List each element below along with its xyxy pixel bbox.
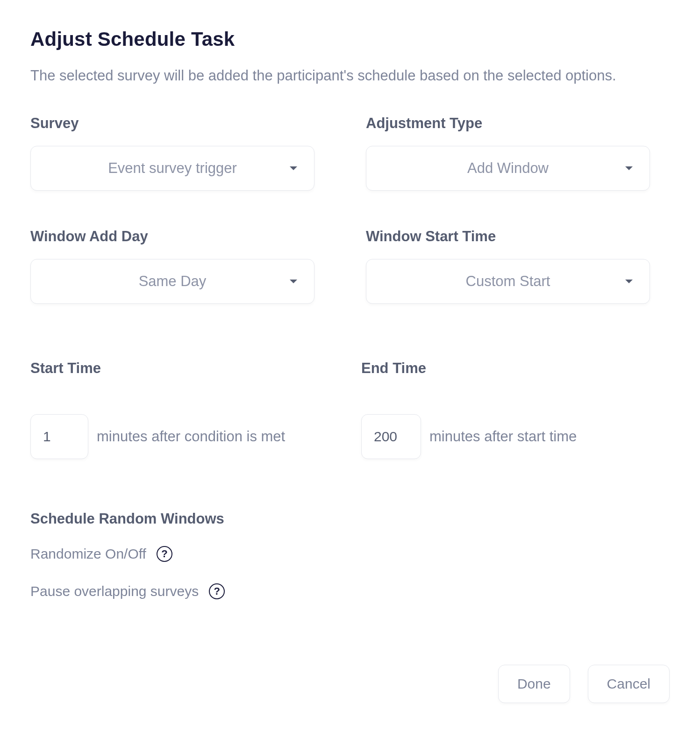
field-window-add-day: Window Add Day Same Day [30,228,314,304]
group-end-time: End Time minutes after start time [361,360,673,459]
row-pause-overlapping: Pause overlapping surveys ? [30,583,306,599]
row-window-day-start: Window Add Day Same Day Window Start Tim… [30,228,670,304]
dialog-subtitle: The selected survey will be added the pa… [30,65,670,87]
dialog-footer: Done Cancel [30,665,670,703]
caret-down-icon [625,280,633,283]
caret-down-icon [290,280,297,283]
select-adjustment-type-value: Add Window [467,160,549,177]
label-survey: Survey [30,115,314,132]
field-adjustment-type: Adjustment Type Add Window [366,115,650,191]
select-window-start-time-value: Custom Start [466,273,550,290]
field-window-start-time: Window Start Time Custom Start [366,228,650,304]
caret-down-icon [290,166,297,170]
done-button[interactable]: Done [498,665,570,703]
label-pause-overlapping: Pause overlapping surveys [30,583,199,599]
help-icon[interactable]: ? [157,546,172,562]
select-window-add-day[interactable]: Same Day [30,259,314,304]
select-adjustment-type[interactable]: Add Window [366,146,650,191]
end-time-suffix: minutes after start time [429,428,577,445]
input-start-time-minutes[interactable] [30,414,88,459]
select-window-add-day-value: Same Day [139,273,207,290]
start-time-input-row: minutes after condition is met [30,414,343,459]
adjust-schedule-task-dialog: Adjust Schedule Task The selected survey… [0,0,700,731]
heading-schedule-random-windows: Schedule Random Windows [30,510,670,527]
input-end-time-minutes[interactable] [361,414,421,459]
select-window-start-time[interactable]: Custom Start [366,259,650,304]
row-randomize: Randomize On/Off ? [30,546,306,562]
toggle-region: Randomize On/Off ? Pause overlapping sur… [30,546,306,599]
dialog-title: Adjust Schedule Task [30,28,670,50]
row-survey-adjustment: Survey Event survey trigger Adjustment T… [30,115,670,191]
label-randomize: Randomize On/Off [30,546,146,562]
label-end-time: End Time [361,360,673,377]
label-window-add-day: Window Add Day [30,228,314,245]
select-survey[interactable]: Event survey trigger [30,146,314,191]
caret-down-icon [625,166,633,170]
label-adjustment-type: Adjustment Type [366,115,650,132]
label-start-time: Start Time [30,360,343,377]
help-icon[interactable]: ? [209,583,225,599]
label-window-start-time: Window Start Time [366,228,650,245]
end-time-input-row: minutes after start time [361,414,673,459]
group-start-time: Start Time minutes after condition is me… [30,360,343,459]
cancel-button[interactable]: Cancel [588,665,670,703]
row-start-end-time: Start Time minutes after condition is me… [30,360,670,459]
select-survey-value: Event survey trigger [108,160,237,177]
field-survey: Survey Event survey trigger [30,115,314,191]
start-time-suffix: minutes after condition is met [97,428,285,445]
